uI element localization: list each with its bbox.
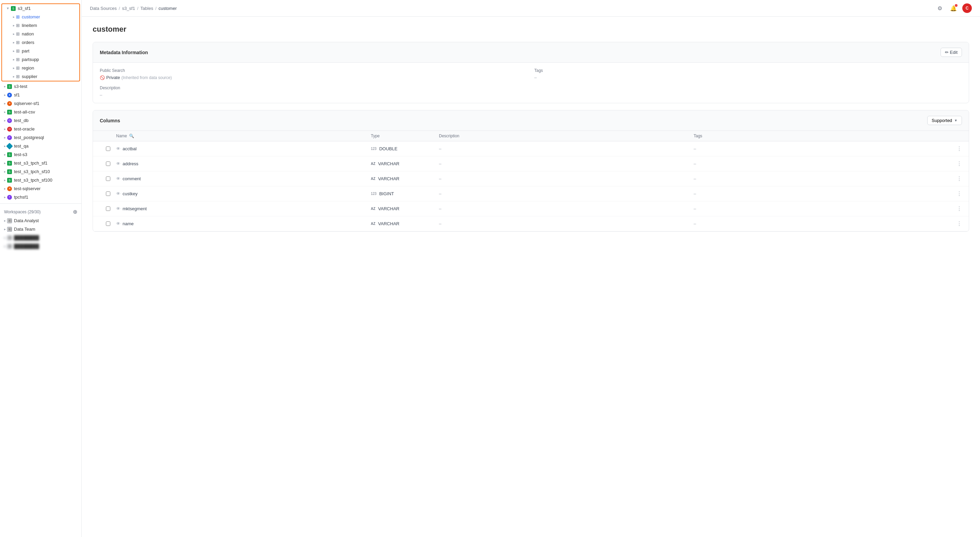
table-row: 👁 acctbal 123 DOUBLE – – ⋮ [93,142,969,156]
chevron-right-icon: ▸ [4,135,6,139]
sidebar-item-s3test[interactable]: ▸ S s3-test [0,82,81,91]
workspace-icon-data-analyst: ⊞ [7,218,12,223]
columns-card: Columns Supported ▼ Name 🔍 Type Descript… [92,110,969,232]
col-type-text-1: VARCHAR [378,161,399,166]
datasource-icon-sqlserver: ✕ [7,101,12,106]
eye-slash-icon-0: 👁 [116,146,121,151]
sidebar-item-partsupp[interactable]: ▸ ⊞ partsupp [2,55,80,64]
user-avatar[interactable]: C [962,3,972,13]
chevron-right-icon: ▸ [4,161,6,165]
sidebar-item-sqlserver-sf1[interactable]: ▸ ✕ sqlserver-sf1 [0,99,81,108]
breadcrumb-customer: customer [159,6,177,11]
row-checkbox-4[interactable] [100,207,116,211]
columns-section-title: Columns [100,118,120,123]
row-actions-4[interactable]: ⋮ [948,206,962,212]
row-actions-2[interactable]: ⋮ [948,175,962,182]
sidebar-item-tests3tpchsf100[interactable]: ▸ S test_s3_tpch_sf100 [0,176,81,184]
sidebar-label-s3test: s3-test [14,84,27,89]
search-icon[interactable]: 🔍 [129,134,134,138]
add-workspace-button[interactable]: ⊕ [73,209,77,215]
chevron-icon: ▸ [13,41,14,44]
sidebar-item-customer[interactable]: ▸ ⊞ customer [2,13,80,21]
row-name-5: 👁 name [116,221,371,226]
sidebar-item-tpchsf1[interactable]: ▸ T tpchsf1 [0,193,81,201]
sidebar-item-s3_sf1[interactable]: ▼ S s3_sf1 [2,4,80,13]
sidebar-item-testqa[interactable]: ▸ test_qa [0,142,81,150]
chevron-right-icon: ▸ [4,227,6,231]
supported-dropdown[interactable]: Supported ▼ [927,116,962,125]
row-tags-3: – [694,191,948,196]
sidebar-item-workspace-data-team[interactable]: ▸ ⊞ Data Team [0,225,81,233]
eye-slash-icon-3: 👁 [116,191,121,196]
chevron-right-icon: ▸ [4,195,6,199]
breadcrumb-sep-1: / [119,6,120,11]
columns-table-header: Name 🔍 Type Description Tags [93,131,969,142]
sidebar-item-workspace-blurred1[interactable]: ▸ ⊞ ████████ [0,233,81,242]
datasource-icon-tests3: S [7,152,12,157]
row-type-4: AZ VARCHAR [371,206,439,211]
table-icon-region: ⊞ [16,65,20,70]
row-actions-3[interactable]: ⋮ [948,190,962,197]
sidebar-item-testpostgresql[interactable]: ▸ P test_postgresql [0,133,81,142]
sidebar-item-testsqlserver[interactable]: ▸ ✕ test-sqlserver [0,184,81,193]
sidebar-item-lineitem[interactable]: ▸ ⊞ lineitem [2,21,80,30]
sidebar-item-workspace-blurred2[interactable]: ▸ ⊞ ████████ [0,242,81,250]
sidebar-item-tests3tpchsf10[interactable]: ▸ S test_s3_tpch_sf10 [0,167,81,176]
sidebar-item-tests3[interactable]: ▸ S test-s3 [0,150,81,159]
table-icon-orders: ⊞ [16,40,20,45]
row-checkbox-0[interactable] [100,147,116,151]
edit-button[interactable]: ✏ Edit [940,48,962,57]
sidebar-label-testdb: test_db [14,118,29,123]
row-actions-5[interactable]: ⋮ [948,220,962,227]
row-name-2: 👁 comment [116,176,371,181]
settings-icon[interactable]: ⚙ [935,3,945,13]
sidebar-item-testoracle[interactable]: ▸ O test-oracle [0,125,81,133]
row-checkbox-5[interactable] [100,221,116,226]
sidebar-item-region[interactable]: ▸ ⊞ region [2,64,80,72]
col-type-text-0: DOUBLE [379,146,398,151]
sidebar-label-testallcsv: test-all-csv [14,109,35,115]
sidebar-item-orders[interactable]: ▸ ⊞ orders [2,38,80,47]
row-actions-0[interactable]: ⋮ [948,145,962,152]
sidebar-label-partsupp: partsupp [22,57,39,62]
datasource-icon-tests3tpchsf100: S [7,178,12,183]
sidebar-item-testdb[interactable]: ▸ D test_db [0,116,81,125]
notifications-icon[interactable]: 🔔 [949,3,958,13]
table-row: 👁 custkey 123 BIGINT – – ⋮ [93,186,969,201]
sidebar-label-s3sf1: s3_sf1 [18,6,31,11]
metadata-card-header: Metadata Information ✏ Edit [93,42,969,63]
sidebar-item-workspace-data-analyst[interactable]: ▸ ⊞ Data Analyst [0,217,81,225]
row-description-0: – [439,146,694,151]
breadcrumb-tables[interactable]: Tables [140,6,153,11]
topbar: Data Sources / s3_sf1 / Tables / custome… [82,0,980,17]
row-checkbox-2[interactable] [100,177,116,181]
sidebar-label-blurred1: ████████ [14,235,39,240]
chevron-right-icon: ▸ [4,178,6,182]
sidebar-item-part[interactable]: ▸ ⊞ part [2,47,80,55]
row-actions-1[interactable]: ⋮ [948,161,962,167]
row-checkbox-3[interactable] [100,191,116,196]
sidebar-divider [0,203,81,204]
sidebar-item-testallcsv[interactable]: ▸ S test-all-csv [0,108,81,116]
sidebar-item-supplier[interactable]: ▸ ⊞ supplier [2,72,80,81]
row-type-5: AZ VARCHAR [371,221,439,226]
chevron-right-icon: ▸ [4,219,6,223]
breadcrumb-s3sf1[interactable]: s3_sf1 [122,6,135,11]
breadcrumb-datasources[interactable]: Data Sources [90,6,117,11]
workspace-icon-data-team: ⊞ [7,227,12,232]
datasource-icon-tpchsf1: T [7,195,12,200]
sidebar-label-supplier: supplier [22,74,37,79]
sidebar-label-lineitem: lineitem [22,23,37,28]
sidebar-label-sqlserver: sqlserver-sf1 [14,101,39,106]
row-checkbox-1[interactable] [100,161,116,166]
chevron-icon: ▸ [13,15,14,19]
columns-table-body: 👁 acctbal 123 DOUBLE – – ⋮ 👁 address AZ … [93,142,969,231]
sidebar-label-data-team: Data Team [14,226,35,232]
sidebar-item-tests3tpchsf1[interactable]: ▸ S test_s3_tpch_sf1 [0,159,81,167]
sidebar-item-nation[interactable]: ▸ ⊞ nation [2,30,80,38]
row-tags-2: – [694,176,948,181]
sidebar-item-sf1[interactable]: ▸ ● sf1 [0,91,81,99]
sidebar-label-tests3tpchsf1: test_s3_tpch_sf1 [14,161,47,166]
description-section: Description – [93,86,969,103]
main-content: Data Sources / s3_sf1 / Tables / custome… [82,0,980,537]
